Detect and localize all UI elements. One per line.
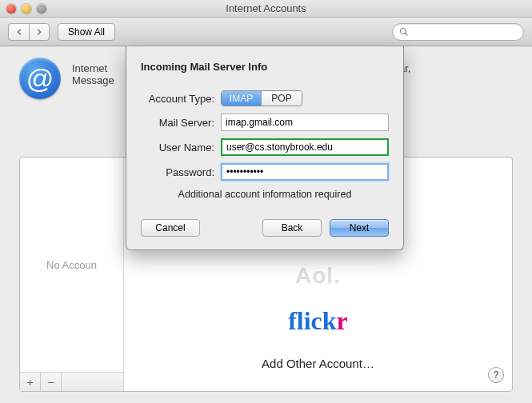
help-button[interactable]: ?: [488, 367, 504, 383]
status-message: Additional account information required: [141, 189, 389, 200]
chevron-right-icon: [36, 29, 42, 35]
svg-point-0: [401, 28, 406, 34]
add-account-button[interactable]: +: [20, 373, 41, 391]
at-sign-icon: @: [19, 58, 61, 99]
row-user-name: User Name:: [141, 138, 389, 156]
label-user-name: User Name:: [141, 142, 221, 154]
incoming-mail-sheet: Incoming Mail Server Info Account Type: …: [126, 46, 404, 250]
nav-forward-button[interactable]: [29, 23, 50, 41]
row-mail-server: Mail Server:: [141, 114, 389, 131]
account-type-segmented: IMAP POP: [221, 90, 302, 106]
show-all-label: Show All: [68, 26, 105, 38]
service-flickr[interactable]: flickr: [288, 306, 348, 336]
user-name-input[interactable]: [221, 138, 389, 156]
window-titlebar: Internet Accounts: [0, 0, 532, 18]
search-field[interactable]: [392, 23, 524, 41]
label-password: Password:: [141, 166, 221, 178]
remove-account-button[interactable]: −: [41, 373, 62, 391]
chevron-left-icon: [16, 29, 22, 35]
service-aol[interactable]: Aol.: [295, 263, 341, 289]
mail-server-input[interactable]: [221, 114, 389, 131]
cancel-button[interactable]: Cancel: [141, 219, 200, 237]
show-all-button[interactable]: Show All: [58, 23, 115, 41]
add-other-account-button[interactable]: Add Other Account…: [262, 357, 374, 370]
svg-line-1: [406, 33, 408, 35]
nav-back-forward: [8, 23, 50, 41]
search-icon: [399, 27, 409, 37]
label-account-type: Account Type:: [141, 93, 221, 105]
no-accounts-label: No Accoun: [46, 259, 97, 271]
password-input[interactable]: [221, 163, 389, 181]
accounts-sidebar: No Accoun + −: [20, 158, 124, 391]
search-input[interactable]: [412, 26, 532, 38]
row-password: Password:: [141, 163, 389, 181]
sheet-title: Incoming Mail Server Info: [141, 61, 389, 73]
window-title: Internet Accounts: [0, 2, 532, 14]
label-mail-server: Mail Server:: [141, 117, 221, 129]
row-account-type: Account Type: IMAP POP: [141, 90, 389, 106]
back-button[interactable]: Back: [262, 219, 322, 237]
account-type-pop[interactable]: POP: [262, 91, 302, 106]
toolbar: Show All: [0, 18, 532, 46]
next-button[interactable]: Next: [330, 219, 389, 237]
nav-back-button[interactable]: [8, 23, 29, 41]
account-type-imap[interactable]: IMAP: [222, 91, 262, 106]
